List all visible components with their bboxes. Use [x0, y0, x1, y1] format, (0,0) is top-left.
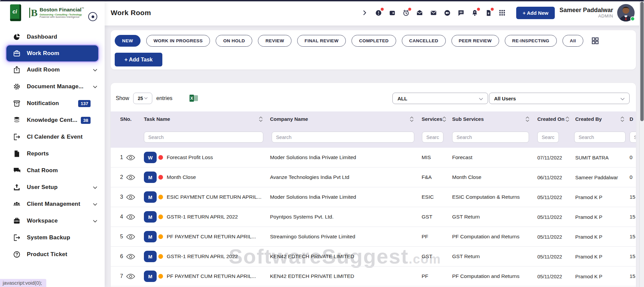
file-upload-icon[interactable]: [484, 9, 492, 17]
users-group-icon: [13, 200, 21, 208]
excel-export-icon[interactable]: X: [189, 94, 198, 102]
created-by: Sameer Paddalwar: [570, 168, 629, 187]
column-header-services[interactable]: Services: [418, 111, 446, 127]
add-task-button[interactable]: + Add Task: [115, 53, 162, 66]
table-row[interactable]: 5 MPF PAYMENT CUM RETURN APRIL... Stream…: [111, 227, 636, 247]
table-row[interactable]: 7 MPF PAYMENT CUM RETURN APRIL... KEN42 …: [111, 267, 636, 286]
scrollbar-thumb[interactable]: [640, 2, 644, 121]
company-name: KEN42 EDTECH PRIVATE LIMITED: [265, 247, 418, 266]
extra-cell: 0: [629, 168, 636, 187]
page-title: Work Room: [111, 9, 151, 17]
column-header-created-on[interactable]: Created On: [533, 111, 570, 127]
add-new-button[interactable]: + Add New: [516, 7, 555, 19]
company-name: KEN42 EDTECH PRIVATE LIMITED: [265, 267, 418, 286]
sidebar-item-product-ticket[interactable]: Product Ticket: [0, 246, 105, 263]
table-row[interactable]: 1 WForecast Profit Loss Moder Solutions …: [111, 148, 636, 168]
sort-icon[interactable]: [259, 116, 263, 122]
service-filter-select[interactable]: ALL: [392, 93, 488, 104]
inbox-mail-icon[interactable]: [416, 9, 424, 17]
entries-label: entries: [156, 95, 172, 101]
video-call-icon[interactable]: [443, 9, 451, 17]
status-pill-peer-review[interactable]: PEER REVIEW: [451, 35, 499, 47]
table-row[interactable]: 4 MGSTR-1 RETURN APRIL 2022 Poyntpos Sys…: [111, 207, 636, 227]
search-extra-input[interactable]: [630, 132, 636, 143]
extra-cell: 15: [629, 207, 636, 227]
task-name[interactable]: Forecast Profit Loss: [167, 154, 213, 160]
expand-chevron-icon[interactable]: [361, 9, 369, 17]
column-header-task-name[interactable]: Task Name: [133, 111, 265, 127]
sort-icon[interactable]: [621, 116, 624, 122]
column-header-sno[interactable]: SNo.: [111, 111, 133, 127]
envelope-icon[interactable]: [429, 9, 437, 17]
status-pill-on-hold[interactable]: ON HOLD: [216, 35, 252, 47]
sidebar-item-system-backup[interactable]: System Backup: [0, 229, 105, 246]
search-sub-services-input[interactable]: [452, 132, 529, 143]
sort-icon[interactable]: [442, 116, 446, 122]
task-name[interactable]: Month Close: [167, 174, 196, 180]
status-pill-completed[interactable]: COMPLETED: [352, 35, 396, 47]
sort-icon[interactable]: [566, 116, 569, 122]
sidebar-item-dashboard[interactable]: Dashboard: [0, 29, 105, 45]
task-name[interactable]: GSTR-1 RETURN APRIL 2022: [167, 214, 238, 220]
apps-grid-icon[interactable]: [498, 9, 506, 17]
sidebar-item-audit-room[interactable]: Audit Room: [0, 61, 105, 78]
table-body: SoftwareSuggest.com 1 WForecast Profit L…: [111, 148, 636, 286]
table-row[interactable]: 2 MMonth Close Avanze Technologies India…: [111, 168, 636, 187]
sidebar-collapse-toggle-icon[interactable]: [88, 12, 97, 21]
status-pill-re-inspecting[interactable]: RE-INSPECTING: [505, 35, 557, 47]
task-name[interactable]: ESIC PAYMENT CUM RETURN APRIL...: [167, 194, 262, 200]
sort-icon[interactable]: [410, 116, 414, 122]
user-block[interactable]: Sameer Paddalwar ADMIN: [559, 7, 613, 19]
sidebar-item-client-management[interactable]: Client Management: [0, 196, 105, 212]
wallet-icon[interactable]: [388, 9, 396, 17]
status-pill-final-review[interactable]: FINAL REVIEW: [297, 35, 346, 47]
search-services-input[interactable]: [422, 132, 443, 143]
sidebar-item-reports[interactable]: Reports: [0, 145, 105, 162]
sidebar-item-notification[interactable]: Notification 137: [0, 95, 105, 112]
task-type-badge: M: [144, 251, 157, 262]
avatar[interactable]: [617, 4, 635, 21]
column-header-sub-services[interactable]: Sub Services: [446, 111, 533, 127]
notification-bell-icon[interactable]: [471, 9, 479, 17]
topbar-icons: [361, 9, 506, 17]
vertical-scrollbar[interactable]: [639, 0, 644, 287]
alarm-clock-icon[interactable]: [402, 9, 410, 17]
status-pill-review[interactable]: REVIEW: [258, 35, 291, 47]
status-pill-new[interactable]: NEW: [115, 35, 141, 47]
sidebar-item-knowledge-cent[interactable]: Knowledge Cent... 38: [0, 112, 105, 129]
priority-dot: [158, 155, 163, 160]
column-header-created-by[interactable]: Created By: [570, 111, 629, 127]
search-task-name-input[interactable]: [144, 132, 263, 143]
status-pill-cancelled[interactable]: CANCELLED: [402, 35, 446, 47]
alert-badge-icon[interactable]: [374, 9, 382, 17]
sidebar-item-user-setup[interactable]: User Setup: [0, 179, 105, 196]
sub-services: GST Return: [446, 207, 533, 227]
sort-icon[interactable]: [526, 116, 529, 122]
column-header-company-name[interactable]: Company Name: [265, 111, 418, 127]
briefcase-icon: [13, 49, 21, 57]
sidebar-item-ci-calender-event[interactable]: CI Calender & Event: [0, 129, 105, 145]
sidebar-item-document-manage[interactable]: Document Manage...: [0, 78, 105, 95]
table-row[interactable]: 6 MGSTR-1 RETURN APRIL 2022 KEN42 EDTECH…: [111, 247, 636, 267]
page-size-select[interactable]: 25: [133, 93, 152, 104]
search-company-input[interactable]: [272, 132, 414, 143]
sidebar-item-chat-room[interactable]: Chat Room: [0, 162, 105, 179]
priority-dot: [158, 234, 163, 239]
created-by: Pramod K P: [570, 187, 629, 207]
column-header-extra[interactable]: D: [629, 111, 636, 127]
ci-app-logo: ci: [10, 4, 21, 21]
database-icon: [13, 116, 21, 124]
task-name[interactable]: PF PAYMENT CUM RETURN APRIL...: [167, 234, 256, 240]
grid-view-toggle-icon[interactable]: [591, 37, 599, 45]
table-row[interactable]: 3 MESIC PAYMENT CUM RETURN APRIL... Mode…: [111, 187, 636, 207]
task-name[interactable]: PF PAYMENT CUM RETURN APRIL...: [167, 273, 256, 279]
user-filter-select[interactable]: All Users: [489, 93, 630, 104]
search-created-by-input[interactable]: [574, 132, 626, 143]
task-name[interactable]: GSTR-1 RETURN APRIL 2022: [167, 253, 238, 259]
sidebar-item-work-room[interactable]: Work Room: [6, 45, 98, 61]
status-pill-work-in-progress[interactable]: WORK IN PROGRESS: [146, 35, 210, 47]
status-pill-all[interactable]: All: [562, 35, 583, 47]
chat-message-icon[interactable]: [457, 9, 465, 17]
search-created-on-input[interactable]: [537, 132, 559, 143]
sidebar-item-workspace[interactable]: Workspace: [0, 212, 105, 229]
